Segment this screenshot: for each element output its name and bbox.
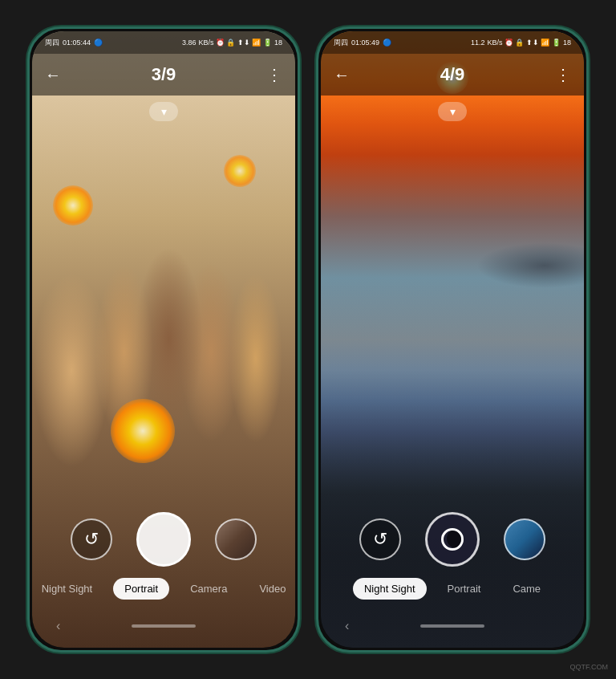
camera-buttons-2: ↺ (321, 512, 584, 567)
flip-icon-1: ↺ (84, 531, 99, 548)
status-left-1: 周四 01:05:44 🔵 (45, 38, 103, 48)
moon-icon (441, 528, 464, 551)
back-button-1[interactable]: ← (45, 66, 61, 84)
sparkle-3 (224, 155, 256, 187)
mode-camera-1[interactable]: Camera (179, 578, 238, 600)
gesture-pill-2 (420, 624, 484, 628)
status-time-2: 01:05:49 (351, 39, 379, 47)
mode-night-sight-2[interactable]: Night Sight (353, 578, 427, 600)
nav-bar-2: ← 4/9 ⋮ (321, 54, 584, 96)
mode-selector-1: Night Sight Portrait Camera Video (32, 578, 295, 600)
phone-2: 周四 01:05:49 🔵 11.2 KB/s ⏰ 🔒 ⬆⬇ 📶 🔋 18 ← … (316, 26, 589, 653)
more-button-1[interactable]: ⋮ (266, 65, 282, 84)
gallery-button-2[interactable] (504, 518, 545, 560)
phone-1: 周四 01:05:44 🔵 3.86 KB/s ⏰ 🔒 ⬆⬇ 📶 🔋 18 ← … (27, 26, 300, 653)
dropdown-chevron-2[interactable] (438, 102, 467, 121)
back-button-2[interactable]: ← (334, 66, 350, 84)
status-counter-2: 18 (563, 39, 571, 47)
dropdown-chevron-1[interactable] (149, 102, 178, 121)
bottom-controls-1: ↺ Night Sight Portrait Camera Video (32, 512, 295, 600)
status-bar-1: 周四 01:05:44 🔵 3.86 KB/s ⏰ 🔒 ⬆⬇ 📶 🔋 18 (32, 31, 295, 54)
status-icon-1: 🔵 (94, 39, 103, 47)
status-icons-1: KB/s ⏰ 🔒 ⬆⬇ 📶 🔋 (198, 39, 272, 47)
flip-camera-button-2[interactable]: ↺ (359, 518, 401, 560)
status-left-2: 周四 01:05:49 🔵 (334, 38, 391, 48)
nav-title-1: 3/9 (152, 64, 176, 85)
nav-bar-1: ← 3/9 ⋮ (32, 54, 295, 96)
mode-camera-2[interactable]: Came (501, 578, 552, 600)
mode-portrait-1[interactable]: Portrait (113, 578, 169, 600)
status-time-1: 01:05:44 (63, 39, 91, 47)
status-right-2: 11.2 KB/s ⏰ 🔒 ⬆⬇ 📶 🔋 18 (471, 39, 571, 47)
mode-selector-2: Night Sight Portrait Came (321, 578, 584, 600)
gallery-button-1[interactable] (215, 518, 257, 560)
status-day-2: 周四 (334, 38, 348, 48)
status-bar-2: 周四 01:05:49 🔵 11.2 KB/s ⏰ 🔒 ⬆⬇ 📶 🔋 18 (321, 31, 584, 54)
more-button-2[interactable]: ⋮ (555, 65, 571, 84)
status-day-1: 周四 (45, 38, 59, 48)
camera-buttons-1: ↺ (32, 512, 295, 567)
nav-title-2: 4/9 (440, 64, 465, 85)
status-right-1: 3.86 KB/s ⏰ 🔒 ⬆⬇ 📶 🔋 18 (182, 39, 282, 47)
network-speed-2: 11.2 (471, 39, 485, 47)
flip-camera-button-1[interactable]: ↺ (71, 518, 112, 560)
mode-video-1[interactable]: Video (248, 578, 295, 600)
mode-portrait-2[interactable]: Portrait (436, 578, 492, 600)
gesture-bar-2: ‹ ‹ (321, 619, 584, 633)
watermark: QQTF.COM (570, 663, 609, 671)
sparkle-2 (53, 185, 93, 226)
mode-night-sight-1[interactable]: Night Sight (32, 578, 103, 600)
status-counter-1: 18 (274, 39, 282, 47)
status-icon-2: 🔵 (383, 39, 391, 47)
gesture-bar-1: ‹ ‹ (32, 619, 295, 633)
gesture-back-2: ‹ (345, 619, 349, 633)
status-icons-2: KB/s ⏰ 🔒 ⬆⬇ 📶 🔋 (487, 39, 561, 47)
gesture-back-1: ‹ (56, 619, 60, 633)
shutter-button-1[interactable] (136, 512, 191, 567)
bottom-controls-2: ↺ Night Sight Portrait Came (321, 512, 584, 600)
sparkle-1 (103, 392, 182, 470)
network-speed-1: 3.86 (182, 39, 197, 47)
flip-icon-2: ↺ (373, 531, 387, 548)
gesture-pill-1 (132, 624, 196, 628)
night-sight-shutter-button[interactable] (425, 512, 480, 567)
